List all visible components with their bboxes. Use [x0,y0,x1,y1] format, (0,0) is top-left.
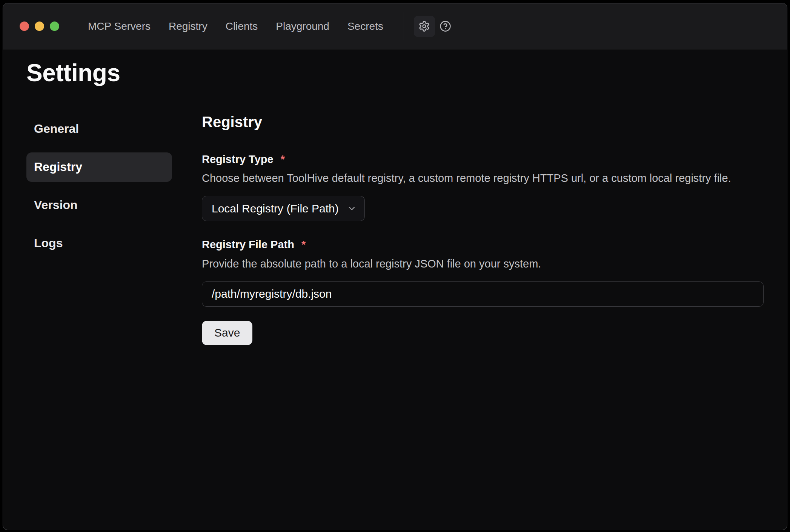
required-asterisk: * [281,153,285,166]
help-button[interactable] [435,16,456,37]
nav-item-mcp-servers[interactable]: MCP Servers [88,21,151,32]
app-window: MCP Servers Registry Clients Playground … [3,3,787,530]
nav-item-registry[interactable]: Registry [169,21,207,32]
sidebar-item-registry[interactable]: Registry [26,152,172,182]
nav-item-secrets[interactable]: Secrets [347,21,383,32]
registry-file-path-input[interactable] [202,281,764,307]
sidebar-item-logs[interactable]: Logs [26,229,172,258]
registry-file-path-label: Registry File Path [202,238,294,251]
required-asterisk: * [301,238,306,251]
top-nav: MCP Servers Registry Clients Playground … [88,21,383,32]
registry-file-path-field: Registry File Path * Provide the absolut… [202,238,764,306]
nav-item-playground[interactable]: Playground [276,21,329,32]
section-heading: Registry [202,113,764,131]
sidebar-item-version[interactable]: Version [26,191,172,220]
nav-item-clients[interactable]: Clients [226,21,258,32]
settings-sidebar: General Registry Version Logs [26,109,172,267]
registry-type-select[interactable]: Local Registry (File Path) [202,196,365,221]
minimize-window-button[interactable] [35,22,44,31]
settings-layout: General Registry Version Logs Registry R… [26,109,764,345]
settings-content: Settings General Registry Version Logs R… [3,49,787,530]
help-circle-icon [440,20,451,32]
chevron-down-icon [347,203,357,214]
registry-file-path-description: Provide the absolute path to a local reg… [202,257,764,271]
registry-file-path-label-row: Registry File Path * [202,238,764,251]
traffic-lights [20,22,59,31]
gear-icon [418,20,430,32]
registry-type-field: Registry Type * Choose between ToolHive … [202,153,764,221]
registry-type-description: Choose between ToolHive default registry… [202,171,764,186]
title-bar: MCP Servers Registry Clients Playground … [3,3,787,49]
registry-type-selected-value: Local Registry (File Path) [212,202,339,215]
topbar-divider [404,12,404,40]
settings-gear-button[interactable] [414,16,435,37]
registry-settings-panel: Registry Registry Type * Choose between … [202,109,764,345]
zoom-window-button[interactable] [50,22,59,31]
page-title: Settings [26,59,764,87]
screenshot-root: MCP Servers Registry Clients Playground … [0,0,790,532]
sidebar-item-general[interactable]: General [26,114,172,144]
registry-type-label-row: Registry Type * [202,153,764,166]
registry-type-label: Registry Type [202,153,274,166]
save-button[interactable]: Save [202,321,252,345]
close-window-button[interactable] [20,22,29,31]
